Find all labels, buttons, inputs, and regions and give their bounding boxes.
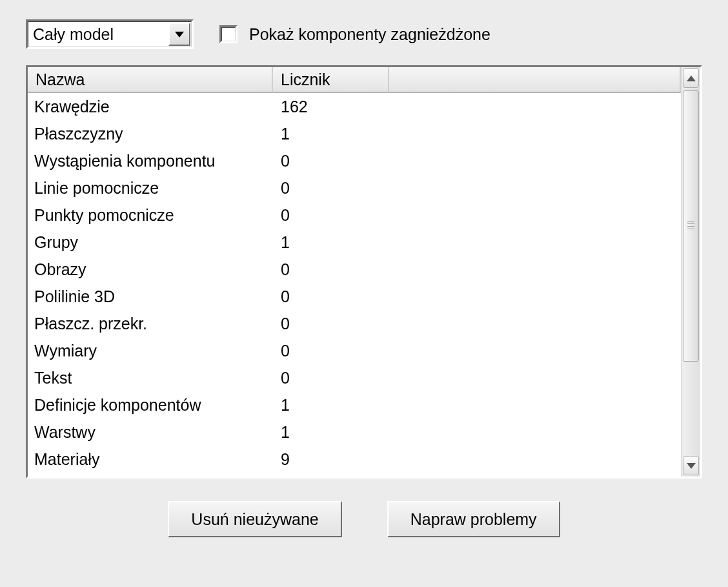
- scope-dropdown[interactable]: Cały model: [26, 19, 194, 49]
- cell-name: Materiały: [28, 450, 273, 469]
- cell-name: Obrazy: [28, 260, 273, 279]
- table-row[interactable]: Linie pomocnicze0: [28, 174, 681, 201]
- cell-name: Linie pomocnicze: [28, 179, 273, 198]
- column-header-name[interactable]: Nazwa: [28, 67, 273, 93]
- table-row[interactable]: Krawędzie162: [28, 93, 681, 120]
- chevron-up-icon: [687, 76, 696, 81]
- top-controls-row: Cały model Pokaż komponenty zagnieżdżone: [26, 19, 702, 49]
- cell-count: 9: [273, 450, 389, 469]
- fix-problems-button[interactable]: Napraw problemy: [387, 501, 560, 537]
- vertical-scrollbar[interactable]: [681, 67, 700, 477]
- cell-name: Tekst: [28, 369, 273, 387]
- statistics-table: Nazwa Licznik Krawędzie162Płaszczyzny1Wy…: [26, 65, 702, 479]
- cell-name: Grupy: [28, 233, 273, 252]
- dropdown-selected-text: Cały model: [33, 25, 114, 44]
- cell-count: 0: [273, 206, 389, 225]
- table-row[interactable]: Grupy1: [28, 229, 681, 256]
- nested-components-checkbox[interactable]: [219, 25, 238, 43]
- cell-name: Wystąpienia komponentu: [28, 152, 273, 170]
- cell-count: 0: [273, 369, 389, 387]
- nested-components-checkbox-wrap[interactable]: Pokaż komponenty zagnieżdżone: [219, 25, 490, 44]
- nested-components-label: Pokaż komponenty zagnieżdżone: [249, 25, 490, 44]
- table-row[interactable]: Definicje komponentów1: [28, 391, 681, 418]
- action-buttons-row: Usuń nieużywane Napraw problemy: [26, 501, 702, 537]
- table-row[interactable]: Tekst0: [28, 364, 681, 391]
- purge-unused-button[interactable]: Usuń nieużywane: [168, 501, 341, 537]
- column-header-count[interactable]: Licznik: [273, 67, 389, 93]
- table-row[interactable]: Obrazy0: [28, 256, 681, 283]
- scroll-up-button[interactable]: [683, 68, 699, 88]
- cell-count: 0: [273, 287, 389, 306]
- cell-count: 1: [273, 233, 389, 252]
- cell-count: 162: [273, 98, 389, 116]
- cell-name: Płaszczyzny: [28, 125, 273, 143]
- cell-count: 0: [273, 342, 389, 360]
- table-row[interactable]: Płaszczyzny1: [28, 120, 681, 147]
- cell-name: Płaszcz. przekr.: [28, 314, 273, 333]
- cell-name: Warstwy: [28, 423, 273, 442]
- table-row[interactable]: Wymiary0: [28, 337, 681, 364]
- dropdown-button[interactable]: [168, 23, 190, 46]
- cell-name: Wymiary: [28, 342, 273, 360]
- table-row[interactable]: Materiały9: [28, 446, 681, 473]
- cell-name: Punkty pomocnicze: [28, 206, 273, 225]
- cell-name: Krawędzie: [28, 98, 273, 116]
- table-header-row: Nazwa Licznik: [28, 67, 681, 93]
- table-row[interactable]: Punkty pomocnicze0: [28, 201, 681, 229]
- cell-count: 0: [273, 314, 389, 333]
- table-row[interactable]: Warstwy1: [28, 418, 681, 446]
- table-row[interactable]: Płaszcz. przekr.0: [28, 310, 681, 337]
- cell-count: 0: [273, 152, 389, 170]
- cell-name: Definicje komponentów: [28, 396, 273, 415]
- column-header-blank[interactable]: [389, 67, 681, 93]
- chevron-down-icon: [687, 463, 696, 469]
- cell-count: 1: [273, 423, 389, 442]
- scroll-down-button[interactable]: [683, 456, 699, 475]
- cell-count: 1: [273, 125, 389, 143]
- cell-name: Polilinie 3D: [28, 287, 273, 306]
- table-row[interactable]: Polilinie 3D0: [28, 283, 681, 310]
- table-body: Krawędzie162Płaszczyzny1Wystąpienia komp…: [28, 93, 681, 477]
- table-row[interactable]: Wystąpienia komponentu0: [28, 147, 681, 174]
- cell-count: 0: [273, 179, 389, 198]
- cell-count: 1: [273, 396, 389, 415]
- scroll-thumb[interactable]: [683, 90, 699, 362]
- chevron-down-icon: [175, 32, 184, 37]
- cell-count: 0: [273, 260, 389, 279]
